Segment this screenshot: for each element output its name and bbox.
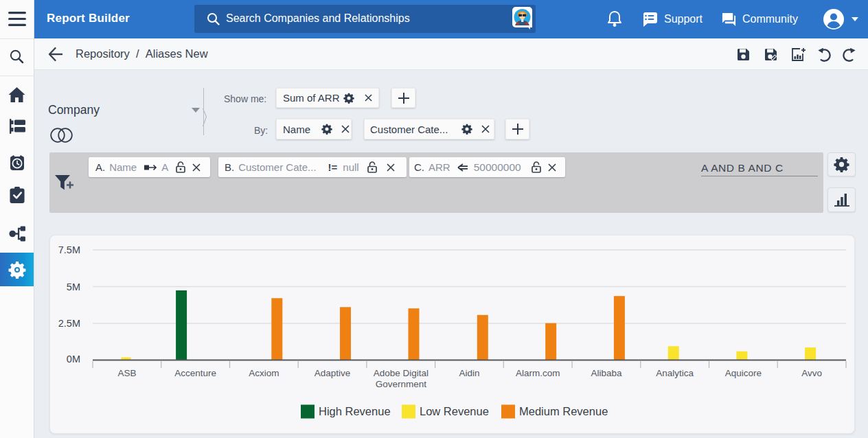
svg-text:Government: Government	[376, 379, 427, 389]
svg-text:2.5M: 2.5M	[58, 318, 80, 329]
svg-text:Adobe Digital: Adobe Digital	[374, 368, 429, 378]
svg-text:Low Revenue: Low Revenue	[420, 405, 489, 417]
svg-text:High Revenue: High Revenue	[319, 405, 391, 417]
svg-text:Alibaba: Alibaba	[591, 368, 622, 378]
svg-text:ASB: ASB	[117, 368, 136, 378]
svg-text:0M: 0M	[67, 354, 80, 365]
svg-text:Acxiom: Acxiom	[249, 368, 279, 378]
svg-text:7.5M: 7.5M	[58, 244, 80, 255]
svg-text:Avvo: Avvo	[801, 368, 822, 378]
svg-text:Aquicore: Aquicore	[725, 368, 762, 378]
svg-text:Aidin: Aidin	[459, 368, 479, 378]
svg-text:Adaptive: Adaptive	[315, 368, 351, 378]
svg-text:Medium Revenue: Medium Revenue	[519, 405, 608, 417]
svg-text:Alarm.com: Alarm.com	[516, 368, 560, 378]
svg-text:Accenture: Accenture	[174, 368, 216, 378]
svg-text:5M: 5M	[67, 281, 80, 292]
svg-text:Analytica: Analytica	[656, 368, 694, 378]
